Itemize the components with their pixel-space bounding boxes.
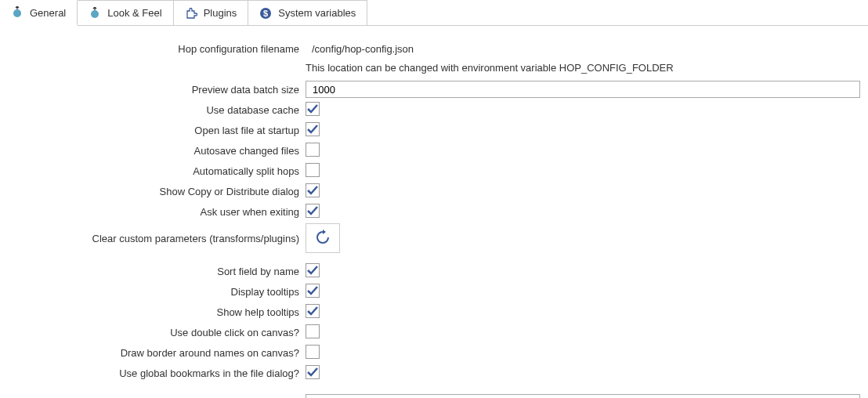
svg-point-0	[13, 9, 21, 17]
sort-field-label: Sort field by name	[8, 266, 306, 277]
clear-params-label: Clear custom parameters (transforms/plug…	[8, 233, 306, 244]
double-click-label: Use double click on canvas?	[8, 327, 306, 338]
global-bookmarks-checkbox[interactable]	[306, 365, 320, 379]
autosave-label: Autosave changed files	[8, 145, 306, 157]
tab-look-feel[interactable]: Look & Feel	[78, 0, 173, 25]
hop-icon	[89, 7, 101, 20]
sort-field-checkbox[interactable]	[306, 263, 320, 277]
display-tooltips-label: Display tooltips	[8, 286, 306, 298]
autosave-checkbox[interactable]	[306, 143, 320, 157]
auto-split-label: Automatically split hops	[8, 165, 306, 177]
show-copy-label: Show Copy or Distribute dialog	[8, 186, 306, 197]
hop-icon	[11, 6, 24, 19]
tab-label: General	[30, 7, 66, 19]
auto-split-checkbox[interactable]	[306, 163, 320, 177]
config-filename-label: Hop configuration filename	[8, 43, 306, 55]
max-logging-input[interactable]	[306, 394, 860, 398]
ask-exit-label: Ask user when exiting	[8, 206, 306, 218]
tab-label: Look & Feel	[107, 7, 161, 19]
preview-batch-input[interactable]	[306, 81, 860, 98]
use-db-cache-checkbox[interactable]	[306, 102, 320, 116]
tab-general[interactable]: General	[0, 0, 78, 26]
open-last-label: Open last file at startup	[8, 125, 306, 136]
draw-border-checkbox[interactable]	[306, 345, 320, 359]
puzzle-icon	[185, 7, 197, 20]
dollar-icon: $	[259, 7, 272, 20]
display-tooltips-checkbox[interactable]	[306, 284, 320, 298]
show-copy-checkbox[interactable]	[306, 183, 320, 197]
svg-text:$: $	[263, 9, 268, 18]
preview-batch-label: Preview data batch size	[8, 84, 306, 96]
draw-border-label: Draw border around names on canvas?	[8, 347, 306, 359]
config-filename-value: /config/hop-config.json	[306, 43, 414, 55]
double-click-checkbox[interactable]	[306, 324, 320, 338]
tab-system-variables[interactable]: $ System variables	[248, 0, 367, 25]
svg-point-1	[91, 10, 99, 18]
open-last-checkbox[interactable]	[306, 122, 320, 136]
use-db-cache-label: Use database cache	[8, 104, 306, 116]
show-help-checkbox[interactable]	[306, 304, 320, 318]
tabs-bar: General Look & Feel Plugins $ System var…	[0, 0, 868, 26]
tab-plugins[interactable]: Plugins	[174, 0, 249, 25]
tab-label: Plugins	[204, 7, 237, 19]
config-hint: This location can be changed with enviro…	[306, 62, 674, 74]
refresh-icon	[315, 230, 331, 248]
clear-params-button[interactable]	[306, 223, 340, 253]
show-help-label: Show help tooltips	[8, 306, 306, 318]
tab-label: System variables	[278, 7, 356, 19]
general-panel: Hop configuration filename /config/hop-c…	[0, 26, 868, 398]
global-bookmarks-label: Use global bookmarks in the file dialog?	[8, 367, 306, 379]
ask-exit-checkbox[interactable]	[306, 204, 320, 218]
